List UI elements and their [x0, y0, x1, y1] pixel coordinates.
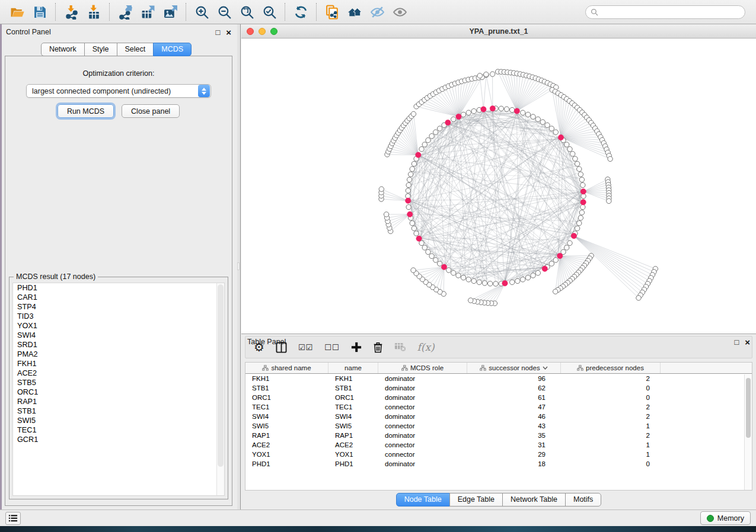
search-input[interactable] [601, 8, 740, 16]
splitter-grip[interactable] [237, 262, 240, 270]
list-item[interactable]: CAR1 [13, 293, 224, 302]
list-item[interactable]: STP4 [13, 302, 224, 312]
table-row[interactable]: STB1STB1dominator620 [245, 383, 752, 393]
mcds-result-title: MCDS result (17 nodes) [14, 273, 98, 281]
list-item[interactable]: ACE2 [13, 368, 224, 378]
import-table-icon[interactable] [82, 2, 105, 21]
export-table-icon[interactable] [136, 2, 159, 21]
column-header-successor-nodes[interactable]: successor nodes [467, 363, 561, 373]
table-row[interactable]: ORC1ORC1dominator610 [245, 393, 752, 402]
list-item[interactable]: TEC1 [13, 425, 224, 435]
column-header-name[interactable]: name [328, 363, 378, 373]
mcds-tab-content: Optimization criterion: largest connecte… [5, 56, 232, 506]
tab-select[interactable]: Select [117, 43, 154, 56]
delete-table-icon [394, 342, 406, 352]
list-item[interactable]: SWI5 [13, 416, 224, 425]
column-header-shared-name[interactable]: shared name [245, 363, 328, 373]
cell-predecessor_nodes: 2 [561, 375, 661, 382]
zoom-out-icon[interactable] [213, 2, 235, 21]
close-panel-icon[interactable]: × [226, 28, 231, 37]
table-tab-edge-table[interactable]: Edge Table [449, 493, 503, 507]
table-scrollbar[interactable] [744, 374, 752, 490]
cell-successor_nodes: 43 [467, 422, 561, 430]
column-header-predecessor-nodes[interactable]: predecessor nodes [561, 363, 661, 373]
zoom-fit-icon[interactable] [235, 2, 258, 21]
list-item[interactable]: GCR1 [13, 435, 224, 444]
list-item[interactable]: STB1 [13, 406, 224, 416]
cell-predecessor_nodes: 2 [561, 432, 661, 439]
list-item[interactable]: SWI4 [13, 331, 224, 340]
close-table-panel-icon[interactable]: × [745, 338, 750, 347]
cell-mcds_role: connector [378, 422, 467, 430]
mcds-list-scrollbar[interactable] [216, 283, 224, 495]
toolbar-separator [285, 3, 285, 21]
tab-network[interactable]: Network [41, 43, 85, 56]
status-bar: Memory [0, 509, 756, 526]
list-item[interactable]: FKH1 [13, 359, 224, 368]
table-row[interactable]: SWI4SWI4dominator462 [245, 412, 752, 421]
memory-status-icon [707, 515, 714, 522]
list-item[interactable]: STB5 [13, 378, 224, 387]
first-neighbors-icon[interactable] [343, 2, 366, 21]
list-item[interactable]: ORC1 [13, 387, 224, 397]
table-row[interactable]: SWI5SWI5connector431 [245, 421, 752, 431]
refresh-view-icon[interactable] [289, 2, 312, 21]
open-session-icon[interactable] [6, 2, 28, 21]
cell-successor_nodes: 29 [467, 451, 561, 458]
zoom-in-icon[interactable] [190, 2, 213, 21]
memory-button[interactable]: Memory [700, 511, 751, 525]
cell-shared_name: STB1 [245, 384, 328, 392]
table-panel: Table Panel □ × ⚙ ☑☑ ☐☐ f(x) shared name… [241, 334, 756, 509]
task-history-icon[interactable] [5, 512, 21, 525]
duplicate-network-icon[interactable] [321, 2, 343, 21]
list-item[interactable]: PHD1 [13, 283, 224, 293]
cell-shared_name: RAP1 [245, 432, 328, 439]
cell-successor_nodes: 96 [467, 375, 561, 382]
import-network-icon[interactable] [60, 2, 82, 21]
cell-name: SWI4 [328, 413, 378, 420]
dropdown-stepper-icon [198, 85, 210, 97]
list-item[interactable]: PMA2 [13, 350, 224, 359]
cell-predecessor_nodes: 0 [561, 384, 661, 392]
table-row[interactable]: FKH1FKH1dominator962 [245, 374, 752, 383]
criterion-dropdown[interactable]: largest connected component (undirected) [26, 84, 211, 98]
run-mcds-button[interactable]: Run MCDS [58, 104, 114, 118]
tab-mcds[interactable]: MCDS [153, 43, 192, 56]
cell-predecessor_nodes: 1 [561, 422, 661, 430]
export-network-icon[interactable] [114, 2, 136, 21]
list-item[interactable]: SRD1 [13, 340, 224, 350]
float-table-panel-icon[interactable]: □ [734, 338, 739, 346]
table-row[interactable]: PHD1PHD1dominator180 [245, 459, 752, 469]
export-image-icon[interactable] [159, 2, 181, 21]
hide-selected-icon[interactable] [366, 2, 388, 21]
list-item[interactable]: TID3 [13, 312, 224, 321]
zoom-selected-icon[interactable] [258, 2, 280, 21]
optimization-criterion-label: Optimization criterion: [5, 69, 232, 78]
search-box[interactable] [585, 5, 745, 19]
table-tab-motifs[interactable]: Motifs [565, 493, 601, 507]
float-panel-icon[interactable]: □ [215, 28, 220, 36]
table-tab-node-table[interactable]: Node Table [396, 493, 450, 507]
cell-mcds_role: connector [378, 403, 467, 411]
toolbar-separator [55, 3, 56, 21]
table-row[interactable]: RAP1RAP1dominator352 [245, 431, 752, 440]
network-window-titlebar[interactable]: YPA_prune.txt_1 [241, 24, 756, 39]
table-header-row: shared namenameMCDS rolesuccessor nodesp… [245, 363, 752, 374]
vertical-splitter[interactable] [237, 24, 241, 509]
list-item[interactable]: RAP1 [13, 397, 224, 406]
main-toolbar [0, 0, 756, 24]
column-header-MCDS-role[interactable]: MCDS role [378, 363, 467, 373]
mcds-result-list: PHD1CAR1STP4TID3YOX1SWI4SRD1PMA2FKH1ACE2… [12, 283, 225, 496]
table-tab-network-table[interactable]: Network Table [502, 493, 566, 507]
show-all-icon[interactable] [388, 2, 411, 21]
list-item[interactable]: YOX1 [13, 321, 224, 331]
table-row[interactable]: TEC1TEC1connector472 [245, 402, 752, 412]
cell-shared_name: ORC1 [245, 394, 328, 401]
table-row[interactable]: YOX1YOX1connector291 [245, 450, 752, 459]
cell-mcds_role: dominator [378, 394, 467, 401]
tab-style[interactable]: Style [84, 43, 117, 56]
close-panel-button[interactable]: Close panel [122, 104, 180, 118]
table-row[interactable]: ACE2ACE2connector311 [245, 440, 752, 450]
save-session-icon[interactable] [28, 2, 51, 21]
network-canvas[interactable] [241, 39, 756, 334]
